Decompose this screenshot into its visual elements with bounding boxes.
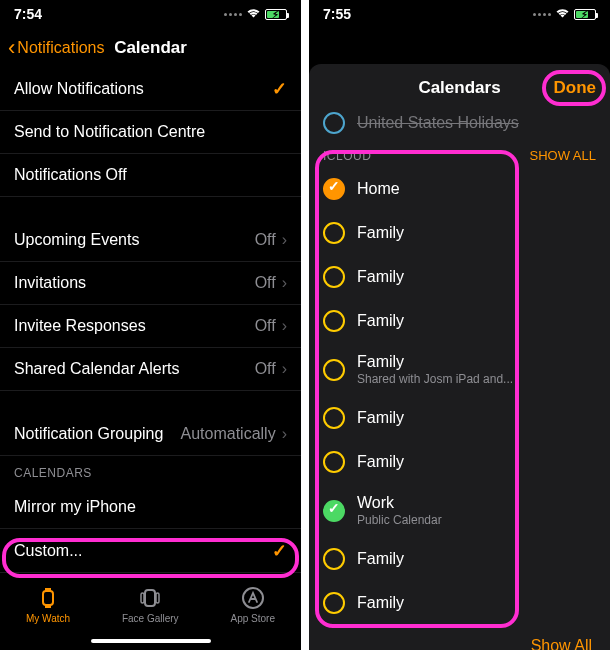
row-label: Invitee Responses (14, 317, 146, 335)
mirror-iphone-row[interactable]: Mirror my iPhone (0, 486, 301, 529)
tab-label: Face Gallery (122, 613, 179, 624)
sheet-nav: Calendars Done (309, 64, 610, 112)
wifi-icon (555, 7, 570, 21)
ring-icon (323, 310, 345, 332)
alert-setting-row[interactable]: Shared Calendar AlertsOff› (0, 348, 301, 391)
tab-label: My Watch (26, 613, 70, 624)
back-button[interactable]: ‹ Notifications (8, 35, 104, 61)
calendar-label: Family (357, 550, 404, 568)
calendar-row[interactable]: Family (309, 581, 610, 625)
svg-rect-2 (45, 605, 51, 608)
row-value: Off (255, 231, 276, 249)
status-right: ⚡︎ (224, 7, 287, 21)
ring-icon (323, 592, 345, 614)
calendar-row[interactable]: Family (309, 299, 610, 343)
svg-rect-0 (43, 591, 53, 605)
notification-mode-row[interactable]: Notifications Off (0, 154, 301, 197)
battery-icon: ⚡︎ (265, 9, 287, 20)
ring-icon (323, 112, 345, 134)
notification-mode-row[interactable]: Send to Notification Centre (0, 111, 301, 154)
calendar-label: Family (357, 268, 404, 286)
done-button[interactable]: Done (554, 78, 597, 98)
row-value: Off (255, 274, 276, 292)
calendar-label: Work (357, 494, 442, 512)
notification-mode-row[interactable]: Allow Notifications✓ (0, 68, 301, 111)
calendar-sublabel: Public Calendar (357, 513, 442, 527)
row-label: Notifications Off (14, 166, 127, 184)
calendar-row[interactable]: FamilyShared with Josm iPad and... (309, 343, 610, 396)
svg-rect-4 (141, 593, 144, 603)
status-bar: 7:55 ⚡︎ (309, 0, 610, 28)
calendar-label: United States Holidays (357, 114, 519, 132)
row-label: Notification Grouping (14, 425, 163, 443)
calendar-row[interactable]: Family (309, 396, 610, 440)
alert-setting-row[interactable]: InvitationsOff› (0, 262, 301, 305)
tab-face-gallery[interactable]: Face Gallery (122, 585, 179, 624)
calendar-label: Family (357, 224, 404, 242)
chevron-right-icon: › (282, 360, 287, 378)
ring-icon (323, 500, 345, 522)
sheet-list[interactable]: United States Holidays ICLOUD SHOW ALL H… (309, 112, 610, 650)
row-label: Shared Calendar Alerts (14, 360, 179, 378)
chevron-right-icon: › (282, 425, 287, 443)
row-label: Allow Notifications (14, 80, 144, 98)
ring-icon (323, 178, 345, 200)
status-time: 7:54 (14, 6, 42, 22)
row-value: Automatically (181, 425, 276, 443)
status-bar: 7:54 ⚡︎ (0, 0, 301, 28)
calendar-row[interactable]: Family (309, 255, 610, 299)
row-label: Mirror my iPhone (14, 498, 136, 516)
check-icon: ✓ (272, 78, 287, 100)
section-icloud: ICLOUD SHOW ALL (309, 138, 610, 167)
calendar-row-peek[interactable]: United States Holidays (309, 112, 610, 138)
cellular-icon (533, 13, 551, 16)
alert-setting-row[interactable]: Invitee ResponsesOff› (0, 305, 301, 348)
tab-label: App Store (231, 613, 275, 624)
row-label: Custom... (14, 542, 82, 560)
navbar: ‹ Notifications Calendar (0, 28, 301, 68)
ring-icon (323, 266, 345, 288)
calendar-label: Family (357, 312, 404, 330)
show-all-button[interactable]: SHOW ALL (530, 148, 596, 163)
show-all-bottom[interactable]: Show All (309, 625, 610, 650)
ring-icon (323, 359, 345, 381)
sheet-title: Calendars (418, 78, 500, 98)
ring-icon (323, 451, 345, 473)
calendar-label: Family (357, 353, 513, 371)
calendar-label: Family (357, 453, 404, 471)
ring-icon (323, 407, 345, 429)
check-icon: ✓ (272, 540, 287, 562)
row-value: Off (255, 317, 276, 335)
calendar-label: Family (357, 409, 404, 427)
face-gallery-icon (137, 585, 163, 611)
custom-row[interactable]: Custom... ✓ (0, 529, 301, 572)
battery-icon: ⚡︎ (574, 9, 596, 20)
section-header-calendars: CALENDARS (0, 456, 301, 486)
svg-rect-5 (156, 593, 159, 603)
alert-setting-row[interactable]: Upcoming EventsOff› (0, 219, 301, 262)
chevron-right-icon: › (282, 231, 287, 249)
tab-my-watch[interactable]: My Watch (26, 585, 70, 624)
calendar-row[interactable]: Family (309, 211, 610, 255)
row-label: Invitations (14, 274, 86, 292)
calendar-row[interactable]: Home (309, 167, 610, 211)
ring-icon (323, 222, 345, 244)
tab-bar: My Watch Face Gallery App Store (0, 572, 301, 632)
tab-app-store[interactable]: App Store (231, 585, 275, 624)
left-phone: 7:54 ⚡︎ ‹ Notifications Calendar Allow N… (0, 0, 301, 650)
calendar-row[interactable]: Family (309, 537, 610, 581)
right-phone: 7:55 ⚡︎ Calendars Done United States Hol… (309, 0, 610, 650)
notification-grouping-row[interactable]: Notification Grouping Automatically› (0, 413, 301, 456)
home-indicator (0, 632, 301, 650)
cellular-icon (224, 13, 242, 16)
ring-icon (323, 548, 345, 570)
row-label: Send to Notification Centre (14, 123, 205, 141)
calendar-row[interactable]: WorkPublic Calendar (309, 484, 610, 537)
wifi-icon (246, 7, 261, 21)
calendar-row[interactable]: Family (309, 440, 610, 484)
svg-rect-3 (145, 590, 155, 606)
status-right: ⚡︎ (533, 7, 596, 21)
back-label: Notifications (17, 39, 104, 57)
calendar-sublabel: Shared with Josm iPad and... (357, 372, 513, 386)
calendars-sheet: Calendars Done United States Holidays IC… (309, 64, 610, 650)
